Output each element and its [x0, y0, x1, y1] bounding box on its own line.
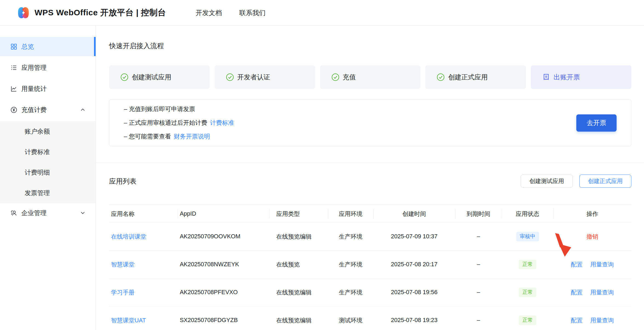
check-circle-icon	[120, 73, 129, 81]
create-test-app-button[interactable]: 创建测试应用	[521, 175, 573, 188]
status-badge: 正常	[519, 260, 536, 269]
check-circle-icon	[331, 73, 340, 81]
sidebar-subitem-billing-details[interactable]: 计费明细	[0, 162, 96, 183]
app-list-title: 应用列表	[109, 177, 136, 186]
nav-dev-docs[interactable]: 开发文档	[196, 8, 222, 17]
col-app-id: AppID	[178, 210, 269, 217]
revoke-link[interactable]: 撤销	[586, 233, 598, 241]
notice-text: – 正式应用审核通过后开始计费	[124, 119, 207, 127]
sidebar-item-label: 总览	[21, 42, 34, 51]
app-name-link[interactable]: 学习手册	[111, 289, 135, 296]
col-created: 创建时间	[373, 210, 455, 218]
expire-time: –	[455, 261, 502, 268]
col-expires: 到期时间	[455, 210, 502, 218]
app-env: 生产环境	[328, 288, 373, 296]
created-time: 2025-07-08 19:23	[373, 317, 455, 324]
created-time: 2025-07-08 20:17	[373, 261, 455, 268]
configure-link[interactable]: 配置	[571, 260, 583, 268]
step-label: 创建测试应用	[132, 73, 171, 82]
expire-time: –	[455, 233, 502, 240]
wps-logo-icon	[17, 6, 30, 19]
app-type: 在线预览编辑	[269, 233, 328, 241]
subitem-label: 计费标准	[25, 148, 50, 156]
notice-text: – 充值到账后即可申请发票	[124, 105, 195, 113]
app-name-link[interactable]: 智慧课堂	[111, 261, 135, 268]
section-divider	[96, 162, 644, 163]
expire-time: –	[455, 317, 502, 324]
step-label: 出账开票	[554, 73, 580, 82]
app-type: 在线预览编辑	[269, 288, 328, 296]
table-row: 智慧课堂UAT SX20250708FDGYZB 在线预览编辑 测试环境 202…	[109, 306, 631, 330]
invoice-notice-card: – 充值到账后即可申请发票 – 正式应用审核通过后开始计费计费标准 – 您可能需…	[109, 99, 631, 146]
usage-query-link[interactable]: 用量查询	[590, 316, 614, 324]
go-invoice-button[interactable]: 去开票	[576, 114, 617, 132]
main-content: 快速开启接入流程 创建测试应用 开发者认证 充值 创建正式应用	[96, 26, 644, 330]
table-row: 学习手册 AK20250708PFEVXO 在线预览编辑 生产环境 2025-0…	[109, 279, 631, 306]
sidebar: 总览 应用管理 用量统计 充值计费	[0, 26, 96, 330]
configure-link[interactable]: 配置	[571, 316, 583, 324]
app-id: SX20250708FDGYZB	[178, 317, 269, 324]
col-app-env: 应用环境	[328, 210, 373, 218]
app-name-link[interactable]: 在线培训课堂	[111, 233, 146, 240]
app-env: 生产环境	[328, 260, 373, 268]
sidebar-item-overview[interactable]: 总览	[0, 37, 96, 56]
step-create-test-app[interactable]: 创建测试应用	[109, 65, 210, 89]
yuan-circle-icon	[10, 106, 18, 114]
sidebar-item-usage-stats[interactable]: 用量统计	[0, 79, 96, 98]
subitem-label: 账户余额	[25, 127, 50, 136]
row-actions: 撤销	[553, 233, 631, 241]
step-invoice[interactable]: 出账开票	[531, 65, 631, 89]
chevron-down-icon	[80, 210, 86, 216]
created-time: 2025-07-08 19:56	[373, 289, 455, 296]
create-prod-app-button[interactable]: 创建正式应用	[579, 175, 631, 188]
sidebar-item-app-management[interactable]: 应用管理	[0, 58, 96, 77]
sidebar-item-enterprise[interactable]: 企业管理	[0, 203, 96, 222]
table-row: 在线培训课堂 AK20250709OOVKOM 在线预览编辑 生产环境 2025…	[109, 223, 631, 251]
status-badge: 正常	[519, 315, 536, 325]
usage-query-link[interactable]: 用量查询	[590, 288, 614, 296]
app-env: 生产环境	[328, 233, 373, 241]
sidebar-subitem-invoice-management[interactable]: 发票管理	[0, 183, 96, 203]
top-bar: WPS WebOffice 开放平台 | 控制台 开发文档 联系我们	[0, 0, 644, 26]
row-actions: 配置 用量查询	[553, 260, 631, 268]
pricing-link[interactable]: 计费标准	[210, 119, 234, 127]
top-nav: 开发文档 联系我们	[196, 8, 266, 17]
nav-contact-us[interactable]: 联系我们	[239, 8, 266, 17]
usage-query-link[interactable]: 用量查询	[590, 260, 614, 268]
notice-bullets: – 充值到账后即可申请发票 – 正式应用审核通过后开始计费计费标准 – 您可能需…	[124, 105, 234, 141]
row-actions: 配置 用量查询	[553, 316, 631, 324]
users-icon	[10, 209, 18, 217]
step-create-prod-app[interactable]: 创建正式应用	[425, 65, 526, 89]
sidebar-item-label: 用量统计	[21, 85, 47, 93]
configure-link[interactable]: 配置	[571, 288, 583, 296]
sidebar-item-label: 充值计费	[21, 106, 47, 114]
app-id: AK20250708NWZEYK	[178, 261, 269, 268]
step-developer-auth[interactable]: 开发者认证	[215, 65, 315, 89]
col-app-type: 应用类型	[269, 210, 328, 218]
status-badge: 正常	[519, 288, 536, 297]
col-actions: 操作	[553, 210, 631, 218]
col-app-name: 应用名称	[109, 210, 178, 218]
expire-time: –	[455, 289, 502, 296]
notice-text: – 您可能需要查看	[124, 132, 171, 141]
grid-icon	[10, 43, 18, 50]
chevron-up-icon	[80, 107, 86, 113]
sidebar-subitem-pricing[interactable]: 计费标准	[0, 142, 96, 162]
created-time: 2025-07-09 10:37	[373, 233, 455, 240]
subitem-label: 计费明细	[25, 168, 50, 177]
line-chart-icon	[10, 85, 18, 92]
sidebar-item-label: 企业管理	[21, 209, 47, 217]
table-row: 智慧课堂 AK20250708NWZEYK 在线预览 生产环境 2025-07-…	[109, 251, 631, 279]
step-recharge[interactable]: 充值	[320, 65, 421, 89]
app-env: 测试环境	[328, 316, 373, 324]
status-badge: 审核中	[516, 232, 539, 241]
sidebar-item-billing[interactable]: 充值计费	[0, 100, 96, 119]
app-type: 在线预览编辑	[269, 316, 328, 324]
app-table-header: 应用名称 AppID 应用类型 应用环境 创建时间 到期时间 应用状态 操作	[109, 205, 631, 223]
app-name-link[interactable]: 智慧课堂UAT	[111, 317, 146, 324]
invoice-help-link[interactable]: 财务开票说明	[174, 132, 210, 141]
subitem-label: 发票管理	[25, 189, 50, 197]
app-table: 应用名称 AppID 应用类型 应用环境 创建时间 到期时间 应用状态 操作 在…	[109, 205, 631, 330]
app-title: WPS WebOffice 开放平台 | 控制台	[35, 7, 166, 18]
sidebar-subitem-account-balance[interactable]: 账户余额	[0, 121, 96, 142]
